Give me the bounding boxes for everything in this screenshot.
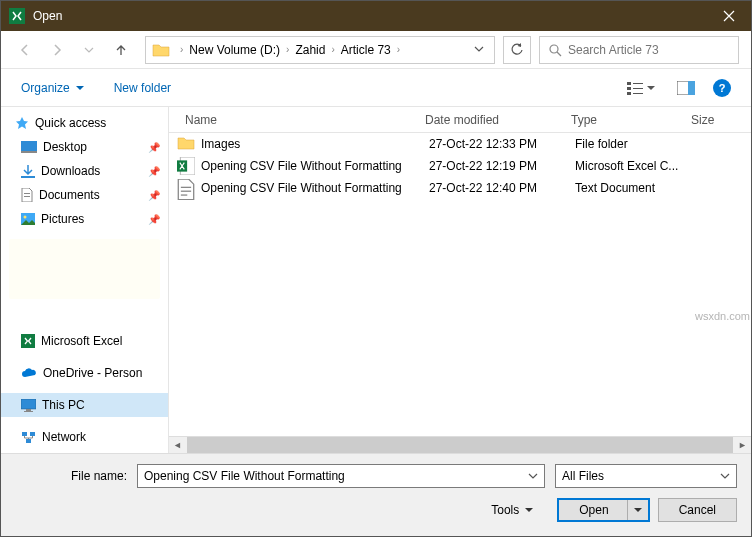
svg-rect-5 (633, 83, 643, 84)
filename-combobox[interactable] (137, 464, 545, 488)
chevron-down-icon (720, 471, 730, 481)
svg-point-1 (550, 45, 558, 53)
open-button[interactable]: Open (557, 498, 649, 522)
refresh-icon (510, 43, 524, 57)
col-name-header[interactable]: Name (169, 113, 425, 127)
crumb-folder[interactable]: Article 73 (339, 43, 393, 57)
excel-label: Microsoft Excel (41, 334, 122, 348)
refresh-button[interactable] (503, 36, 531, 64)
tools-label: Tools (491, 503, 519, 517)
svg-rect-12 (21, 176, 35, 178)
pictures-icon (21, 213, 35, 225)
svg-rect-26 (181, 187, 191, 188)
svg-rect-19 (26, 409, 31, 411)
crumb-user[interactable]: Zahid (293, 43, 327, 57)
open-label: Open (579, 503, 608, 517)
horizontal-scrollbar[interactable]: ◄ ► (169, 436, 751, 453)
search-input[interactable] (568, 43, 730, 57)
organize-menu[interactable]: Organize (21, 81, 84, 95)
file-filter-select[interactable]: All Files (555, 464, 737, 488)
chevron-down-icon (634, 506, 642, 514)
address-dropdown[interactable] (470, 43, 488, 57)
file-date: 27-Oct-22 12:19 PM (429, 159, 575, 173)
onedrive-label: OneDrive - Person (43, 366, 142, 380)
chevron-down-icon (76, 84, 84, 92)
titlebar: Open (1, 1, 751, 31)
search-icon (548, 43, 562, 57)
svg-rect-13 (24, 193, 30, 194)
file-row[interactable]: Opening CSV File Without Formatting27-Oc… (169, 155, 751, 177)
col-size-header[interactable]: Size (691, 113, 751, 127)
desktop-label: Desktop (43, 140, 87, 154)
navbar: › New Volume (D:) › Zahid › Article 73 › (1, 31, 751, 69)
star-icon (15, 116, 29, 130)
svg-rect-23 (26, 439, 31, 443)
scroll-right-button[interactable]: ► (734, 437, 751, 454)
thispc-label: This PC (42, 398, 85, 412)
svg-rect-9 (688, 81, 695, 95)
forward-button[interactable] (45, 38, 69, 62)
folder-icon (152, 42, 170, 58)
filename-label: File name: (15, 469, 127, 483)
sidebar-quick-access[interactable]: Quick access (1, 111, 168, 135)
help-button[interactable]: ? (713, 79, 731, 97)
column-headers: Name Date modified Type Size (169, 107, 751, 133)
text-icon (177, 179, 195, 197)
view-options-button[interactable] (623, 79, 659, 97)
search-box[interactable] (539, 36, 739, 64)
open-dialog: Open › New Volume (D:) › Zahid › Article… (0, 0, 752, 537)
svg-rect-18 (21, 399, 36, 409)
scroll-thumb[interactable] (187, 437, 733, 454)
col-type-header[interactable]: Type (571, 113, 691, 127)
sidebar-downloads[interactable]: Downloads 📌 (1, 159, 168, 183)
filename-input[interactable] (144, 469, 528, 483)
svg-rect-21 (22, 432, 27, 436)
excel-icon (177, 157, 195, 175)
pc-icon (21, 399, 36, 412)
network-icon (21, 431, 36, 444)
folder-icon (177, 135, 195, 153)
file-row[interactable]: Images27-Oct-22 12:33 PMFile folder (169, 133, 751, 155)
scroll-left-button[interactable]: ◄ (169, 437, 186, 454)
tools-menu[interactable]: Tools (491, 503, 533, 517)
cancel-button[interactable]: Cancel (658, 498, 737, 522)
sidebar-this-pc[interactable]: This PC (1, 393, 168, 417)
excel-icon (21, 334, 35, 348)
address-bar[interactable]: › New Volume (D:) › Zahid › Article 73 › (145, 36, 495, 64)
close-button[interactable] (706, 1, 751, 31)
svg-rect-28 (181, 194, 187, 195)
file-row[interactable]: Opening CSV File Without Formatting27-Oc… (169, 177, 751, 199)
sidebar-desktop[interactable]: Desktop 📌 (1, 135, 168, 159)
back-button[interactable] (13, 38, 37, 62)
sidebar-excel[interactable]: Microsoft Excel (1, 329, 168, 353)
sidebar: Quick access Desktop 📌 Downloads 📌 Docum… (1, 107, 169, 453)
new-folder-button[interactable]: New folder (114, 81, 171, 95)
arrow-up-icon (114, 43, 128, 57)
crumb-volume[interactable]: New Volume (D:) (187, 43, 282, 57)
chevron-down-icon (474, 44, 484, 54)
sidebar-onedrive[interactable]: OneDrive - Person (1, 361, 168, 385)
col-date-header[interactable]: Date modified (425, 113, 571, 127)
up-button[interactable] (109, 38, 133, 62)
view-list-icon (627, 81, 643, 95)
cancel-label: Cancel (679, 503, 716, 517)
svg-point-16 (24, 216, 27, 219)
file-type: File folder (575, 137, 695, 151)
svg-rect-2 (627, 82, 631, 85)
svg-rect-11 (21, 151, 37, 153)
svg-rect-10 (21, 141, 37, 151)
sidebar-network[interactable]: Network (1, 425, 168, 449)
file-date: 27-Oct-22 12:33 PM (429, 137, 575, 151)
open-split-button[interactable] (627, 500, 648, 520)
chevron-down-icon (84, 45, 94, 55)
sidebar-documents[interactable]: Documents 📌 (1, 183, 168, 207)
arrow-right-icon (50, 43, 64, 57)
dialog-body: Quick access Desktop 📌 Downloads 📌 Docum… (1, 107, 751, 453)
file-name: Opening CSV File Without Formatting (201, 159, 429, 173)
sidebar-pictures[interactable]: Pictures 📌 (1, 207, 168, 231)
crumb-sep-icon: › (393, 44, 404, 55)
svg-rect-0 (9, 8, 25, 24)
documents-label: Documents (39, 188, 100, 202)
recent-button[interactable] (77, 38, 101, 62)
preview-pane-button[interactable] (673, 79, 699, 97)
